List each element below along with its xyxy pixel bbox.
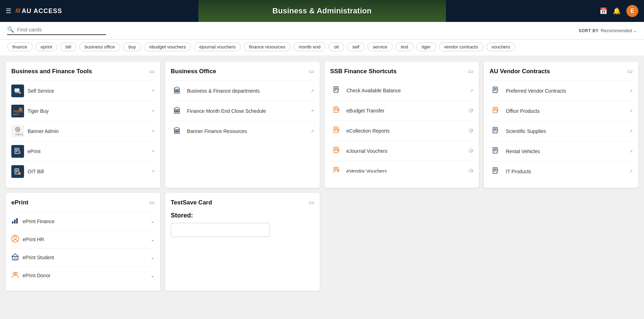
svg-rect-68	[494, 170, 497, 170]
list-item[interactable]: TIGER BUY Tiger Buy ↗	[11, 101, 155, 121]
external-link-icon: ↗	[470, 169, 473, 173]
ssb-scroll-area[interactable]: Check Available Balance ↗ eBudget Transf…	[330, 81, 474, 173]
people-icon	[11, 271, 19, 280]
list-item[interactable]: Check Available Balance ↗	[330, 81, 474, 100]
list-item[interactable]: $ OIT Bill ↗	[11, 161, 155, 181]
logo: /// AU ACCESS	[16, 7, 62, 15]
stored-input[interactable]	[171, 223, 270, 237]
list-item[interactable]: 🏛 Finance Month End Close Schedule ↗	[171, 101, 314, 121]
building-icon: 🏛	[173, 106, 181, 116]
list-item[interactable]: ePrint Student ⌄	[11, 248, 155, 266]
list-item[interactable]: ePrint ↗	[11, 141, 155, 161]
svg-rect-27	[335, 108, 337, 109]
svg-rect-53	[494, 90, 495, 91]
tag-oit[interactable]: oit	[329, 42, 344, 51]
tag-tiger[interactable]: tiger	[416, 42, 436, 51]
tag-finance-resources[interactable]: finance resources	[244, 42, 291, 51]
tag-buy[interactable]: buy	[123, 42, 141, 51]
list-item[interactable]: ePrint HR ⌄	[11, 230, 155, 248]
list-item[interactable]: eCollection Reports ⓘ ↗	[330, 121, 474, 141]
search-input[interactable]	[17, 27, 102, 33]
svg-rect-26	[334, 107, 338, 112]
check-balance-label: Check Available Balance	[347, 88, 474, 93]
svg-point-78	[13, 272, 15, 274]
vendor-doc-icon	[492, 106, 500, 116]
external-link-icon: ↗	[311, 129, 314, 134]
tag-finance[interactable]: finance	[7, 42, 33, 51]
svg-rect-18	[16, 171, 18, 172]
svg-rect-65	[494, 151, 495, 151]
eprint-app-label: ePrint	[28, 149, 155, 154]
bookmark-icon[interactable]: ▭	[149, 199, 155, 206]
external-link-icon: ↗	[151, 109, 155, 114]
list-item[interactable]: 🏛 Business & Finance departments ↗	[171, 81, 314, 101]
bookmark-icon[interactable]: ▭	[149, 68, 155, 75]
tag-test[interactable]: test	[395, 42, 413, 51]
list-item[interactable]: IT Products ↗	[489, 161, 633, 181]
tag-service[interactable]: service	[367, 42, 393, 51]
ebudget-transfer-label: eBudget Transfer	[347, 108, 464, 114]
tag-ejournal-vouchers[interactable]: ejournal vouchers	[194, 42, 241, 51]
external-link-icon: ↗	[151, 149, 155, 154]
tiger-buy-icon: TIGER BUY	[11, 105, 24, 117]
svg-rect-38	[334, 167, 338, 173]
tag-self[interactable]: self	[347, 42, 365, 51]
avatar[interactable]: E	[626, 5, 638, 17]
svg-marker-76	[12, 254, 18, 256]
chevron-down-icon: ⌄	[633, 28, 637, 33]
sort-value[interactable]: Recommended ⌄	[601, 28, 637, 33]
eprint-finance-label: ePrint Finance	[23, 219, 54, 224]
list-item[interactable]: eJournal Vouchers ⓘ ↗	[330, 141, 474, 161]
self-service-icon: S	[11, 85, 24, 97]
testsave-title: TestSave Card	[171, 199, 212, 206]
bookmark-icon[interactable]: ▭	[468, 68, 473, 75]
preferred-vendor-label: Preferred Vendor Contracts	[506, 88, 633, 94]
bell-icon[interactable]: 🔔	[613, 7, 621, 15]
svg-rect-14	[16, 151, 17, 152]
external-link-icon: ↗	[629, 169, 633, 174]
tag-vendor-contracts[interactable]: vendor contracts	[439, 42, 483, 51]
external-link-icon: ↗	[151, 129, 155, 134]
stored-label: Stored:	[171, 212, 314, 219]
vendor-doc-icon	[492, 167, 500, 176]
chevron-down-icon: ⌄	[151, 237, 155, 242]
tag-vouchers[interactable]: vouchers	[486, 42, 516, 51]
list-item[interactable]: 🏛 Banner Finance Resources ↗	[171, 121, 314, 141]
bookmark-icon[interactable]: ▭	[309, 68, 314, 75]
business-office-card: Business Office ▭ 🏛 Business & Finance d…	[165, 62, 320, 188]
list-item[interactable]: Scientific Supplies ↗	[489, 121, 633, 141]
hamburger-icon[interactable]: ☰	[6, 7, 11, 15]
list-item[interactable]: eBudget Transfer ⓘ ↗	[330, 100, 474, 121]
list-item[interactable]: S Self Service ↗	[11, 81, 155, 101]
svg-rect-39	[335, 168, 337, 169]
tag-business-office[interactable]: business office	[79, 42, 120, 51]
svg-point-7	[19, 108, 22, 111]
svg-rect-25	[335, 90, 336, 91]
tag-bill[interactable]: bill	[60, 42, 76, 51]
svg-rect-59	[494, 128, 497, 129]
list-item[interactable]: Office Products ↗	[489, 101, 633, 121]
external-link-icon: ↗	[470, 149, 473, 153]
list-item[interactable]: Rental Vehicles ↗	[489, 141, 633, 161]
svg-rect-12	[16, 149, 18, 150]
search-icon: 🔍	[7, 26, 14, 33]
banner-admin-icon: Admin	[11, 125, 24, 138]
list-item[interactable]: ePrint Donor ⌄	[11, 266, 155, 284]
list-item[interactable]: Admin Banner Admin ↗	[11, 121, 155, 141]
banner-finance-label: Banner Finance Resources	[187, 128, 314, 134]
calendar-icon[interactable]: 📅	[599, 7, 607, 15]
tag-eprint[interactable]: eprint	[35, 42, 58, 51]
tag-ebudget-vouchers[interactable]: ebudget vouchers	[144, 42, 191, 51]
sort-by: SORT BY Recommended ⌄	[579, 28, 637, 33]
bookmark-icon[interactable]: ▭	[627, 68, 633, 75]
oit-bill-label: OIT Bill	[28, 169, 155, 174]
svg-text:BUY: BUY	[13, 113, 19, 116]
list-item[interactable]: Preferred Vendor Contracts ↗	[489, 81, 633, 101]
svg-point-79	[15, 272, 17, 274]
list-item[interactable]: ePrint Finance ⌄	[11, 212, 155, 230]
list-item[interactable]: eVendor Vouchers ⓘ ↗	[330, 161, 474, 173]
office-products-label: Office Products	[506, 108, 633, 114]
ssb-finance-title: SSB Finance Shortcuts	[330, 68, 397, 75]
tag-month-end[interactable]: month end	[294, 42, 326, 51]
bookmark-icon[interactable]: ▭	[309, 199, 314, 206]
